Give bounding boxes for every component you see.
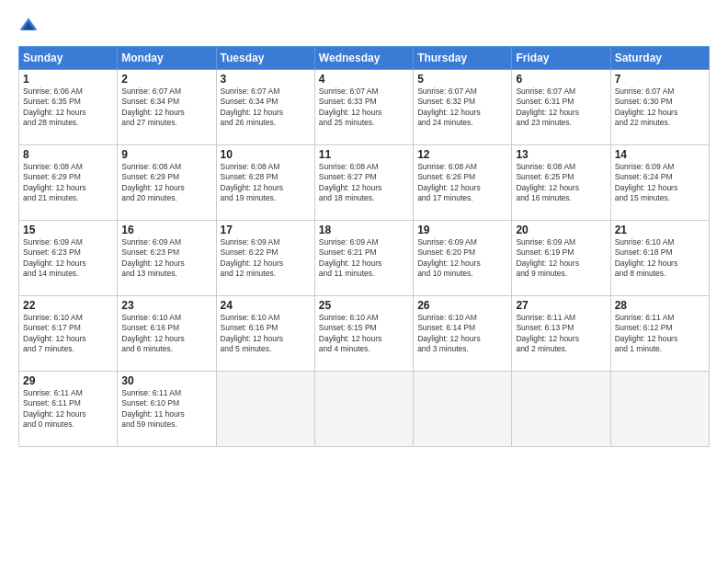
- cell-details: Sunrise: 6:09 AMSunset: 6:22 PMDaylight:…: [221, 237, 311, 280]
- calendar-cell: 20Sunrise: 6:09 AMSunset: 6:19 PMDayligh…: [512, 221, 610, 296]
- day-number: 15: [23, 224, 113, 236]
- day-number: 20: [516, 224, 606, 236]
- cell-details: Sunrise: 6:10 AMSunset: 6:17 PMDaylight:…: [23, 313, 113, 355]
- cell-details: Sunrise: 6:09 AMSunset: 6:23 PMDaylight:…: [121, 237, 211, 280]
- cell-details: Sunrise: 6:09 AMSunset: 6:23 PMDaylight:…: [23, 237, 113, 280]
- calendar-week-row: 29Sunrise: 6:11 AMSunset: 6:11 PMDayligh…: [19, 372, 710, 447]
- cell-details: Sunrise: 6:10 AMSunset: 6:14 PMDaylight:…: [417, 313, 507, 355]
- day-number: 21: [615, 224, 705, 236]
- cell-details: Sunrise: 6:07 AMSunset: 6:30 PMDaylight:…: [615, 86, 705, 129]
- cell-details: Sunrise: 6:10 AMSunset: 6:16 PMDaylight:…: [121, 313, 211, 355]
- cell-details: Sunrise: 6:08 AMSunset: 6:28 PMDaylight:…: [221, 162, 311, 204]
- calendar-week-row: 22Sunrise: 6:10 AMSunset: 6:17 PMDayligh…: [19, 296, 710, 372]
- day-number: 24: [221, 299, 311, 312]
- calendar-cell: [414, 372, 512, 447]
- day-number: 27: [516, 299, 606, 312]
- day-number: 16: [121, 224, 211, 236]
- calendar-cell: 27Sunrise: 6:11 AMSunset: 6:13 PMDayligh…: [512, 296, 610, 372]
- cell-details: Sunrise: 6:09 AMSunset: 6:20 PMDaylight:…: [417, 237, 507, 280]
- day-number: 3: [221, 73, 311, 86]
- day-number: 29: [23, 374, 113, 387]
- calendar-cell: 13Sunrise: 6:08 AMSunset: 6:25 PMDayligh…: [512, 145, 610, 221]
- calendar-cell: 29Sunrise: 6:11 AMSunset: 6:11 PMDayligh…: [19, 372, 118, 447]
- weekday-header: Sunday: [19, 47, 118, 70]
- calendar-cell: [216, 372, 314, 447]
- day-number: 9: [121, 148, 211, 161]
- cell-details: Sunrise: 6:09 AMSunset: 6:21 PMDaylight:…: [319, 237, 409, 280]
- calendar-cell: 21Sunrise: 6:10 AMSunset: 6:18 PMDayligh…: [610, 221, 709, 296]
- calendar-cell: 6Sunrise: 6:07 AMSunset: 6:31 PMDaylight…: [512, 70, 610, 145]
- calendar-page: SundayMondayTuesdayWednesdayThursdayFrid…: [0, 0, 728, 563]
- calendar-cell: 16Sunrise: 6:09 AMSunset: 6:23 PMDayligh…: [118, 221, 216, 296]
- day-number: 13: [516, 148, 606, 161]
- day-number: 12: [417, 148, 507, 161]
- calendar-week-row: 8Sunrise: 6:08 AMSunset: 6:29 PMDaylight…: [19, 145, 710, 221]
- calendar-cell: 9Sunrise: 6:08 AMSunset: 6:29 PMDaylight…: [118, 145, 216, 221]
- calendar-cell: 4Sunrise: 6:07 AMSunset: 6:33 PMDaylight…: [314, 70, 413, 145]
- calendar-cell: [512, 372, 610, 447]
- calendar-cell: 17Sunrise: 6:09 AMSunset: 6:22 PMDayligh…: [216, 221, 314, 296]
- calendar-week-row: 1Sunrise: 6:06 AMSunset: 6:35 PMDaylight…: [19, 70, 710, 145]
- day-number: 5: [417, 73, 507, 86]
- cell-details: Sunrise: 6:09 AMSunset: 6:24 PMDaylight:…: [615, 162, 705, 204]
- cell-details: Sunrise: 6:07 AMSunset: 6:34 PMDaylight:…: [121, 86, 211, 129]
- day-number: 2: [121, 73, 211, 86]
- day-number: 6: [516, 73, 606, 86]
- calendar-cell: [610, 372, 709, 447]
- day-number: 7: [615, 73, 705, 86]
- calendar-cell: 1Sunrise: 6:06 AMSunset: 6:35 PMDaylight…: [19, 70, 118, 145]
- day-number: 22: [23, 299, 113, 312]
- day-number: 4: [319, 73, 409, 86]
- day-number: 30: [121, 374, 211, 387]
- calendar-cell: 19Sunrise: 6:09 AMSunset: 6:20 PMDayligh…: [414, 221, 512, 296]
- calendar-body: 1Sunrise: 6:06 AMSunset: 6:35 PMDaylight…: [19, 70, 710, 447]
- day-number: 14: [615, 148, 705, 161]
- calendar-cell: 23Sunrise: 6:10 AMSunset: 6:16 PMDayligh…: [118, 296, 216, 372]
- calendar-cell: 8Sunrise: 6:08 AMSunset: 6:29 PMDaylight…: [19, 145, 118, 221]
- calendar-cell: 11Sunrise: 6:08 AMSunset: 6:27 PMDayligh…: [314, 145, 413, 221]
- day-number: 18: [319, 224, 409, 236]
- day-number: 28: [615, 299, 705, 312]
- calendar-cell: 22Sunrise: 6:10 AMSunset: 6:17 PMDayligh…: [19, 296, 118, 372]
- cell-details: Sunrise: 6:08 AMSunset: 6:25 PMDaylight:…: [516, 162, 606, 204]
- header: [18, 17, 710, 37]
- cell-details: Sunrise: 6:08 AMSunset: 6:29 PMDaylight:…: [23, 162, 113, 204]
- calendar-cell: 15Sunrise: 6:09 AMSunset: 6:23 PMDayligh…: [19, 221, 118, 296]
- calendar-table: SundayMondayTuesdayWednesdayThursdayFrid…: [18, 46, 710, 447]
- calendar-cell: [314, 372, 413, 447]
- day-number: 26: [417, 299, 507, 312]
- cell-details: Sunrise: 6:09 AMSunset: 6:19 PMDaylight:…: [516, 237, 606, 280]
- cell-details: Sunrise: 6:07 AMSunset: 6:32 PMDaylight:…: [417, 86, 507, 129]
- cell-details: Sunrise: 6:10 AMSunset: 6:18 PMDaylight:…: [615, 237, 705, 280]
- cell-details: Sunrise: 6:11 AMSunset: 6:10 PMDaylight:…: [121, 388, 211, 431]
- day-number: 17: [221, 224, 311, 236]
- calendar-cell: 25Sunrise: 6:10 AMSunset: 6:15 PMDayligh…: [314, 296, 413, 372]
- cell-details: Sunrise: 6:07 AMSunset: 6:33 PMDaylight:…: [319, 86, 409, 129]
- cell-details: Sunrise: 6:08 AMSunset: 6:27 PMDaylight:…: [319, 162, 409, 204]
- calendar-cell: 12Sunrise: 6:08 AMSunset: 6:26 PMDayligh…: [414, 145, 512, 221]
- calendar-cell: 26Sunrise: 6:10 AMSunset: 6:14 PMDayligh…: [414, 296, 512, 372]
- cell-details: Sunrise: 6:08 AMSunset: 6:29 PMDaylight:…: [121, 162, 211, 204]
- weekday-header: Wednesday: [314, 47, 413, 70]
- calendar-cell: 14Sunrise: 6:09 AMSunset: 6:24 PMDayligh…: [610, 145, 709, 221]
- calendar-cell: 10Sunrise: 6:08 AMSunset: 6:28 PMDayligh…: [216, 145, 314, 221]
- cell-details: Sunrise: 6:06 AMSunset: 6:35 PMDaylight:…: [23, 86, 113, 129]
- day-number: 11: [319, 148, 409, 161]
- calendar-cell: 18Sunrise: 6:09 AMSunset: 6:21 PMDayligh…: [314, 221, 413, 296]
- calendar-cell: 30Sunrise: 6:11 AMSunset: 6:10 PMDayligh…: [118, 372, 216, 447]
- logo: [18, 17, 40, 37]
- day-number: 23: [121, 299, 211, 312]
- logo-icon: [18, 17, 39, 37]
- calendar-cell: 7Sunrise: 6:07 AMSunset: 6:30 PMDaylight…: [610, 70, 709, 145]
- calendar-cell: 2Sunrise: 6:07 AMSunset: 6:34 PMDaylight…: [118, 70, 216, 145]
- cell-details: Sunrise: 6:11 AMSunset: 6:12 PMDaylight:…: [615, 313, 705, 355]
- cell-details: Sunrise: 6:08 AMSunset: 6:26 PMDaylight:…: [417, 162, 507, 204]
- calendar-cell: 28Sunrise: 6:11 AMSunset: 6:12 PMDayligh…: [610, 296, 709, 372]
- day-number: 10: [221, 148, 311, 161]
- calendar-cell: 24Sunrise: 6:10 AMSunset: 6:16 PMDayligh…: [216, 296, 314, 372]
- day-number: 1: [23, 73, 113, 86]
- calendar-cell: 3Sunrise: 6:07 AMSunset: 6:34 PMDaylight…: [216, 70, 314, 145]
- weekday-header: Tuesday: [216, 47, 314, 70]
- cell-details: Sunrise: 6:07 AMSunset: 6:34 PMDaylight:…: [221, 86, 311, 129]
- day-number: 19: [417, 224, 507, 236]
